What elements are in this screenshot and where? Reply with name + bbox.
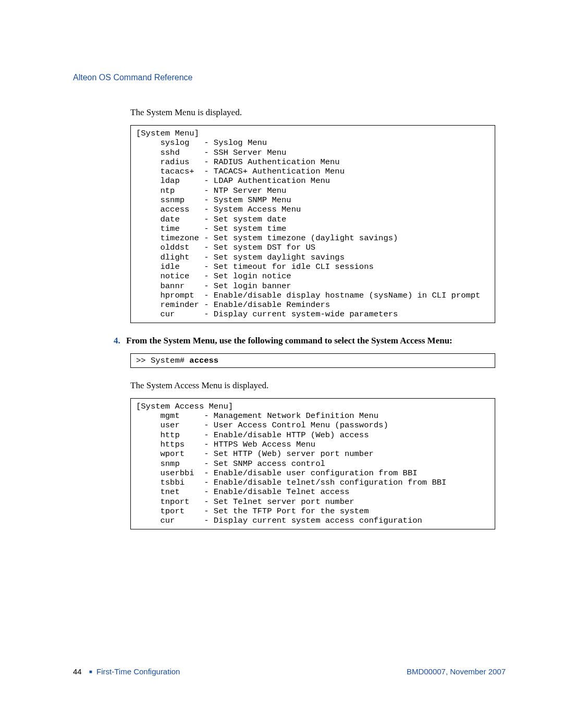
step-instruction: From the System Menu, use the following …	[126, 336, 452, 346]
intro-text-1: The System Menu is displayed.	[130, 107, 506, 118]
footer-right: BMD00007, November 2007	[407, 667, 506, 676]
page-content: The System Menu is displayed. [System Me…	[130, 107, 506, 529]
intro-text-2: The System Access Menu is displayed.	[130, 380, 506, 391]
document-page: Alteon OS Command Reference The System M…	[0, 0, 563, 728]
access-menu-code-block: [System Access Menu] mgmt - Management N…	[130, 398, 495, 529]
page-footer: 44 ■ First-Time Configuration BMD00007, …	[73, 667, 506, 676]
step-4: 4. From the System Menu, use the followi…	[114, 336, 506, 346]
chapter-title: First-Time Configuration	[96, 667, 180, 676]
command-text: access	[189, 356, 218, 365]
page-number: 44	[73, 667, 82, 676]
system-menu-code-block: [System Menu] syslog - Syslog Menu sshd …	[130, 125, 495, 323]
step-number: 4.	[114, 336, 126, 346]
footer-separator-icon: ■	[89, 669, 92, 674]
command-code-block: >> System# access	[130, 353, 495, 368]
running-header: Alteon OS Command Reference	[73, 73, 506, 82]
command-prompt: >> System#	[136, 356, 189, 365]
footer-left: 44 ■ First-Time Configuration	[73, 667, 180, 676]
